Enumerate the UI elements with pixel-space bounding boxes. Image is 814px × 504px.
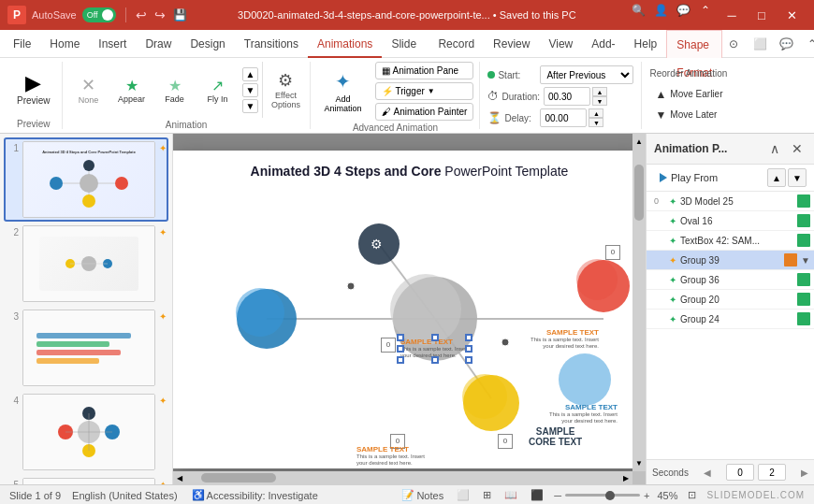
fit-slide-button[interactable]: ⊡ <box>685 489 699 501</box>
ribbon-collapse-icon[interactable]: ⌃ <box>694 0 717 21</box>
move-later-button[interactable]: ▼ Move Later <box>649 107 728 123</box>
scroll-thumb-v[interactable] <box>634 165 644 221</box>
time-max-input[interactable] <box>758 464 786 481</box>
tab-draw[interactable]: Draw <box>136 30 181 58</box>
accessibility-button[interactable]: ♿ Accessibility: Investigate <box>189 489 321 501</box>
save-icon[interactable]: 💾 <box>173 8 187 22</box>
start-select[interactable]: After Previous On Click With Previous <box>540 65 633 84</box>
animation-painter-button[interactable]: 🖌 Animation Painter <box>375 103 474 121</box>
anim-pane-collapse-btn[interactable]: ∧ <box>765 139 784 158</box>
duration-input[interactable] <box>544 87 590 106</box>
animation-grid: ✕ None ★ Appear ★ Fade ↗ Fly In <box>68 65 239 114</box>
minimize-button[interactable]: ─ <box>717 0 747 30</box>
close-button[interactable]: ✕ <box>777 0 807 30</box>
anim-fade[interactable]: ★ Fade <box>154 65 196 114</box>
notes-button[interactable]: 📝 Notes <box>399 489 446 501</box>
tab-shapeformat[interactable]: Shape Format <box>666 30 722 58</box>
share-icon[interactable]: 👤 <box>649 0 672 21</box>
zoom-plus-icon[interactable]: + <box>644 490 649 501</box>
vertical-scrollbar[interactable]: ▲ ▼ <box>632 134 646 471</box>
anim-scroll-up[interactable]: ▲ <box>242 67 259 81</box>
tab-review[interactable]: Review <box>484 30 539 58</box>
anim-more-icon[interactable]: ▼ <box>242 99 259 113</box>
scroll-left-arrow[interactable]: ◀ <box>177 474 182 482</box>
anim-item-group24[interactable]: ✦ Group 24 <box>647 310 814 329</box>
slide-thumb-3[interactable]: 3 ✦ <box>4 306 168 390</box>
anim-scroll-down[interactable]: ▼ <box>242 83 259 97</box>
maximize-button[interactable]: □ <box>747 0 777 30</box>
tab-design[interactable]: Design <box>181 30 234 58</box>
anim-dropdown-g39[interactable]: ▼ <box>801 255 810 266</box>
view-slide-sorter-button[interactable]: ⊞ <box>480 489 494 501</box>
tab-file[interactable]: File <box>4 30 40 58</box>
autosave-toggle[interactable]: Off <box>82 7 116 22</box>
ribbon-chat-icon[interactable]: 💬 <box>775 34 797 54</box>
scroll-down-arrow[interactable]: ▼ <box>635 459 643 468</box>
zoom-track[interactable] <box>565 494 640 497</box>
scroll-thumb-h[interactable] <box>201 473 276 482</box>
anim-none[interactable]: ✕ None <box>68 65 109 114</box>
delay-up[interactable]: ▲ <box>589 108 603 118</box>
slideshow-icon: ⬛ <box>531 489 544 501</box>
anim-item-textbox[interactable]: ✦ TextBox 42: SAM... <box>647 231 814 251</box>
duration-up[interactable]: ▲ <box>592 87 607 96</box>
anim-item-oval[interactable]: ✦ Oval 16 <box>647 211 814 231</box>
scroll-right-arrow[interactable]: ▶ <box>623 474 629 482</box>
ribbon-circle-icon[interactable]: ⊙ <box>722 34 745 54</box>
anim-label-g24: Group 24 <box>680 314 793 324</box>
slide-thumb-4[interactable]: 4 <box>4 390 168 474</box>
tab-home[interactable]: Home <box>40 30 89 58</box>
anim-item-3dmodel[interactable]: 0 ✦ 3D Model 25 <box>647 192 814 211</box>
tab-view[interactable]: View <box>539 30 582 58</box>
svg-point-6 <box>115 177 128 190</box>
anim-flyin[interactable]: ↗ Fly In <box>197 65 239 114</box>
tab-insert[interactable]: Insert <box>89 30 136 58</box>
pane-scroll-down[interactable]: ▼ <box>788 168 807 187</box>
tab-addins[interactable]: Add-ins <box>582 30 624 58</box>
view-slideshow-button[interactable]: ⬛ <box>528 489 546 501</box>
tab-transitions[interactable]: Transitions <box>235 30 308 58</box>
anim-item-group36[interactable]: ✦ Group 36 <box>647 270 814 290</box>
undo-icon[interactable]: ↩ <box>136 7 147 22</box>
scroll-up-arrow[interactable]: ▲ <box>635 137 643 146</box>
core-subtitle: CORE TEXT <box>529 437 582 447</box>
tab-slideshow[interactable]: Slide Show <box>382 30 429 58</box>
anim-item-group39[interactable]: ✦ Group 39 ▼ <box>647 251 814 270</box>
anim-item-group20[interactable]: ✦ Group 20 <box>647 290 814 310</box>
anim-pane-close-btn[interactable]: ✕ <box>788 139 807 158</box>
view-normal-button[interactable]: ⬜ <box>454 489 472 501</box>
effect-options-button[interactable]: ⚙ EffectOptions <box>267 66 304 113</box>
tab-record[interactable]: Record <box>429 30 484 58</box>
delay-down[interactable]: ▼ <box>589 118 603 127</box>
slide-thumb-5[interactable]: 5 Slide 5 ✦ <box>4 474 168 484</box>
slide-thumb-2[interactable]: 2 <box>4 222 168 306</box>
duration-down[interactable]: ▼ <box>592 96 607 106</box>
ribbon-up-icon[interactable]: ⌃ <box>801 34 814 54</box>
delay-input[interactable] <box>540 108 587 127</box>
search-icon[interactable]: 🔍 <box>627 0 649 21</box>
view-reading-button[interactable]: 📖 <box>501 489 520 501</box>
anim-star-g39: ✦ <box>669 255 676 266</box>
trigger-button[interactable]: ⚡ Trigger ▼ <box>375 82 474 100</box>
move-earlier-button[interactable]: ▲ Move Earlier <box>649 86 728 103</box>
slide-thumb-1[interactable]: 1 Animated 3D 4 Steps and Core PowerPoin… <box>4 137 168 222</box>
animation-pane-button[interactable]: ▦ Animation Pane <box>375 62 474 79</box>
horizontal-scrollbar[interactable]: ◀ ▶ <box>173 471 632 484</box>
tab-animations[interactable]: Animations <box>308 30 382 58</box>
tab-help[interactable]: Help <box>625 30 667 58</box>
add-animation-button[interactable]: ✦ AddAnimation <box>316 66 369 117</box>
time-min-input[interactable] <box>726 464 754 481</box>
slide-canvas[interactable]: Animated 3D 4 Steps and Core PowerPoint … <box>173 151 646 468</box>
comment-icon[interactable]: 💬 <box>672 0 694 21</box>
zoom-thumb[interactable] <box>605 491 615 500</box>
redo-icon[interactable]: ↪ <box>154 7 166 22</box>
handle-ml <box>397 345 404 353</box>
anim-appear[interactable]: ★ Appear <box>111 65 153 114</box>
advanced-items: ✦ AddAnimation ▦ Animation Pane ⚡ Trigge… <box>316 62 473 121</box>
autosave-label: AutoSave <box>32 9 77 21</box>
preview-button[interactable]: ▶ Preview <box>11 69 56 109</box>
ribbon-tablet-icon[interactable]: ⬜ <box>749 34 771 54</box>
pane-scroll-up[interactable]: ▲ <box>767 168 786 187</box>
zoom-minus-icon[interactable]: ─ <box>554 490 561 501</box>
play-from-button[interactable]: Play From <box>654 169 723 186</box>
